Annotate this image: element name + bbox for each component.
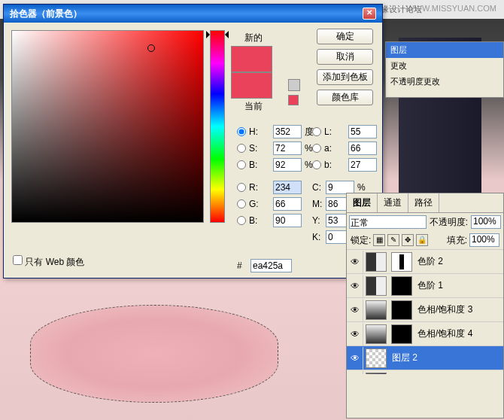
visibility-icon[interactable]: 👁 — [347, 251, 363, 273]
layer-item[interactable]: 👁 色相/饱和度 4 — [347, 322, 503, 346]
layer-name[interactable]: 色阶 2 — [414, 255, 503, 268]
s-radio[interactable] — [237, 144, 246, 153]
dialog-title: 拾色器（前景色） — [10, 8, 82, 20]
layer-name[interactable]: 色相/饱和度 4 — [414, 327, 503, 340]
cancel-button[interactable]: 取消 — [317, 49, 373, 65]
history-panel: 图层 更改 不透明度更改 — [385, 41, 504, 98]
layer-item[interactable]: 👁 色阶 1 — [347, 274, 503, 298]
m-label: M: — [312, 199, 323, 209]
a-label: a: — [324, 143, 345, 154]
fill-label: 填充: — [447, 234, 467, 247]
layer-item[interactable]: 👁 图层 1 — [347, 370, 503, 374]
l-radio[interactable] — [312, 127, 321, 136]
visibility-icon[interactable]: 👁 — [347, 275, 363, 297]
layer-thumb-levels[interactable] — [366, 276, 387, 296]
layer-thumb[interactable] — [366, 373, 387, 375]
a-radio[interactable] — [312, 144, 321, 153]
hue-arrow-right — [225, 31, 229, 38]
tab-layers[interactable]: 图层 — [347, 193, 378, 212]
h-radio[interactable] — [237, 127, 246, 136]
r-input[interactable] — [273, 181, 302, 194]
visibility-icon[interactable]: 👁 — [347, 299, 363, 321]
y-label: Y: — [312, 215, 323, 226]
lock-paint-icon[interactable]: ✎ — [387, 234, 399, 246]
current-color-swatch[interactable] — [231, 72, 272, 99]
l-label: L: — [324, 126, 345, 137]
g-input[interactable] — [273, 197, 302, 211]
h-input[interactable] — [273, 125, 302, 138]
s-label: S: — [249, 143, 270, 154]
layer-mask-thumb[interactable] — [391, 252, 412, 272]
c-label: C: — [312, 182, 323, 193]
layer-item-selected[interactable]: 👁 图层 2 — [347, 346, 503, 370]
selection-marquee — [30, 305, 278, 403]
web-only-checkbox[interactable] — [13, 255, 23, 265]
layers-panel: 图层 通道 路径 正常 不透明度: 100% 锁定: ▦ ✎ ✥ 🔒 填充: 1… — [346, 193, 504, 418]
a-input[interactable] — [348, 142, 377, 155]
add-swatch-button[interactable]: 添加到色板 — [317, 69, 373, 85]
l-input[interactable] — [348, 125, 377, 138]
rgb-b-input[interactable] — [273, 214, 302, 227]
layer-item[interactable]: 👁 色相/饱和度 3 — [347, 298, 503, 322]
tab-channels[interactable]: 通道 — [378, 193, 408, 212]
rgb-b-radio[interactable] — [237, 216, 246, 225]
layer-name[interactable]: 色阶 1 — [414, 279, 503, 292]
lock-label: 锁定: — [351, 234, 371, 247]
visibility-icon[interactable]: 👁 — [347, 371, 363, 375]
color-picker-dialog: 拾色器（前景色） ✕ 新的 当前 确定 取消 添加到色板 颜色库 H: — [3, 4, 383, 278]
fill-input[interactable]: 100% — [469, 233, 499, 247]
history-item[interactable]: 不透明度更改 — [386, 74, 503, 90]
hex-input[interactable] — [250, 259, 292, 272]
layer-thumb-hue[interactable] — [366, 300, 387, 320]
b-radio[interactable] — [237, 160, 246, 169]
b-input[interactable] — [273, 158, 302, 172]
visibility-icon[interactable]: 👁 — [347, 347, 363, 370]
lab-b-radio[interactable] — [312, 160, 321, 169]
b-label: B: — [249, 160, 270, 170]
s-input[interactable] — [273, 142, 302, 155]
current-label: 当前 — [231, 99, 276, 114]
rgb-b-label: B: — [249, 215, 270, 226]
k-label: K: — [312, 232, 323, 242]
layer-item[interactable]: 👁 色阶 2 — [347, 250, 503, 274]
spectrum-cursor[interactable] — [147, 44, 155, 52]
tab-paths[interactable]: 路径 — [408, 193, 439, 212]
history-item[interactable]: 图层 — [386, 42, 503, 58]
layer-thumb[interactable] — [366, 348, 387, 368]
layer-name[interactable]: 图层 2 — [389, 352, 503, 364]
visibility-icon[interactable]: 👁 — [347, 323, 363, 345]
blend-mode-dropdown[interactable]: 正常 — [349, 215, 427, 229]
hue-arrow-left — [206, 31, 210, 38]
layer-thumb-levels[interactable] — [366, 252, 387, 272]
layer-name[interactable]: 色相/饱和度 3 — [414, 303, 503, 316]
c-unit: % — [357, 182, 368, 193]
new-color-swatch — [231, 46, 272, 72]
opacity-input[interactable]: 100% — [471, 215, 501, 229]
ok-button[interactable]: 确定 — [317, 29, 373, 44]
g-label: G: — [249, 199, 270, 209]
color-library-button[interactable]: 颜色库 — [317, 90, 373, 105]
g-radio[interactable] — [237, 199, 246, 208]
layer-mask-thumb[interactable] — [391, 276, 412, 296]
layer-mask-thumb[interactable] — [391, 300, 412, 320]
lab-b-input[interactable] — [348, 158, 377, 172]
lock-all-icon[interactable]: 🔒 — [416, 234, 428, 246]
dialog-titlebar[interactable]: 拾色器（前景色） ✕ — [4, 5, 382, 23]
nearest-color-swatch[interactable] — [288, 95, 299, 105]
h-label: H: — [249, 126, 270, 137]
r-radio[interactable] — [237, 183, 246, 192]
color-spectrum[interactable] — [11, 30, 204, 223]
gamut-warning-icon[interactable] — [288, 79, 300, 91]
layer-thumb-hue[interactable] — [366, 324, 387, 344]
hue-slider[interactable] — [210, 30, 225, 223]
lock-transparency-icon[interactable]: ▦ — [373, 234, 385, 246]
opacity-label: 不透明度: — [430, 216, 468, 229]
layer-mask-thumb[interactable] — [391, 324, 412, 344]
web-only-label: 只有 Web 颜色 — [25, 257, 84, 267]
close-icon[interactable]: ✕ — [363, 8, 376, 20]
r-label: R: — [249, 182, 270, 193]
lab-b-label: b: — [324, 160, 345, 170]
lock-move-icon[interactable]: ✥ — [402, 234, 414, 246]
hex-label: # — [237, 260, 247, 271]
history-item[interactable]: 更改 — [386, 58, 503, 74]
